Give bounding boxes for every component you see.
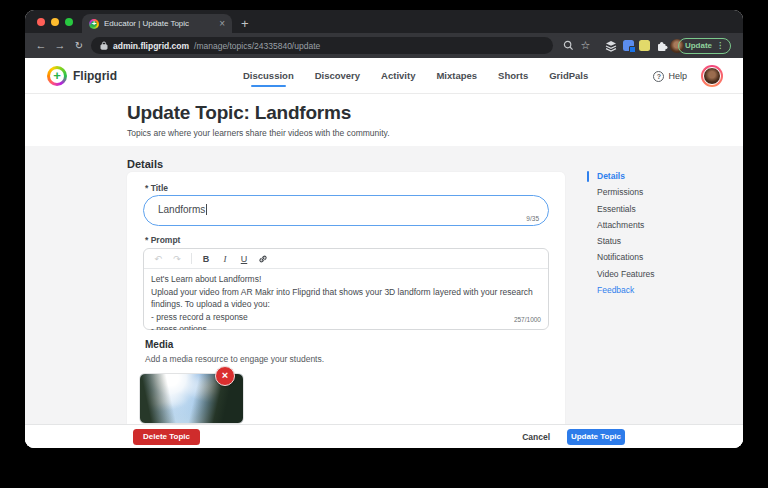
editor-toolbar: ↶ ↷ B I U — [144, 249, 548, 269]
prompt-field-label: * Prompt — [145, 235, 180, 245]
anchor-details[interactable]: Details — [587, 168, 655, 184]
tab-close-icon[interactable]: × — [219, 14, 225, 33]
site-viewport: + Flipgrid Discussion Discovery Activity… — [25, 58, 743, 448]
new-tab-button[interactable]: + — [241, 14, 249, 33]
help-icon: ? — [653, 71, 664, 82]
brand-name: Flipgrid — [73, 69, 117, 83]
extension-blue-icon[interactable] — [621, 38, 636, 53]
redo-icon[interactable]: ↷ — [172, 249, 182, 269]
url-domain: admin.flipgrid.com — [113, 41, 189, 51]
account-avatar[interactable] — [701, 65, 723, 87]
tab-strip: + Educator | Update Topic × + — [25, 10, 743, 33]
forward-button[interactable]: → — [52, 33, 68, 58]
prompt-text[interactable]: Let's Learn about Landforms! Upload your… — [144, 269, 548, 330]
nav-item-mixtapes[interactable]: Mixtapes — [436, 58, 477, 94]
italic-button[interactable]: I — [220, 249, 230, 269]
title-char-counter: 9/35 — [526, 215, 539, 222]
underline-button[interactable]: U — [239, 249, 249, 269]
text-caret — [206, 204, 207, 215]
extensions-puzzle-icon[interactable] — [654, 38, 669, 53]
anchor-video-features[interactable]: Video Features — [587, 266, 655, 282]
minimize-window-button[interactable] — [51, 18, 59, 26]
reload-button[interactable]: ↻ — [71, 33, 87, 58]
link-icon[interactable] — [258, 254, 268, 264]
nav-item-gridpals[interactable]: GridPals — [549, 58, 588, 94]
extension-layers-icon[interactable] — [603, 38, 618, 53]
search-icon[interactable] — [561, 38, 576, 53]
main-nav: Discussion Discovery Activity Mixtapes S… — [243, 58, 588, 94]
section-anchor-nav: Details Permissions Essentials Attachmen… — [587, 168, 655, 298]
zoom-window-button[interactable] — [65, 18, 73, 26]
extension-yellow-icon[interactable] — [637, 38, 652, 53]
browser-window: + Educator | Update Topic × + ← → ↻ admi… — [25, 10, 743, 448]
active-section-indicator — [587, 171, 589, 182]
action-bar: Delete Topic Cancel Update Topic — [25, 424, 743, 448]
prompt-editor: ↶ ↷ B I U Let's Learn about — [143, 248, 549, 330]
nav-item-activity[interactable]: Activity — [381, 58, 415, 94]
bookmark-star-icon[interactable]: ☆ — [578, 38, 593, 53]
help-button[interactable]: ? Help — [653, 58, 687, 94]
tab-title: Educator | Update Topic — [104, 19, 214, 28]
page-title: Update Topic: Landforms — [127, 102, 351, 124]
nav-item-discussion[interactable]: Discussion — [243, 58, 294, 94]
nav-item-shorts[interactable]: Shorts — [498, 58, 528, 94]
flipgrid-favicon-icon: + — [89, 19, 99, 29]
media-description: Add a media resource to engage your stud… — [145, 354, 324, 364]
title-input[interactable]: Landforms 9/35 — [143, 195, 549, 226]
browser-menu-icon: ⋮ — [716, 41, 724, 50]
cancel-button[interactable]: Cancel — [522, 425, 550, 448]
title-field-label: * Title — [145, 183, 168, 193]
anchor-permissions[interactable]: Permissions — [587, 184, 655, 200]
flipgrid-logo-icon: + — [47, 66, 67, 86]
undo-icon[interactable]: ↶ — [153, 249, 163, 269]
details-section-title: Details — [127, 158, 163, 170]
nav-item-discovery[interactable]: Discovery — [315, 58, 360, 94]
close-window-button[interactable] — [37, 18, 45, 26]
page-content: Details * Title Landforms 9/35 * Prompt … — [25, 146, 743, 424]
browser-tab[interactable]: + Educator | Update Topic × — [82, 14, 232, 33]
screenshot-stage: + Educator | Update Topic × + ← → ↻ admi… — [0, 0, 768, 488]
address-bar[interactable]: admin.flipgrid.com/manage/topics/2433584… — [91, 37, 553, 54]
update-topic-button[interactable]: Update Topic — [567, 429, 625, 445]
toolbar-divider — [191, 253, 192, 264]
avatar-photo — [703, 67, 721, 85]
page-subtitle: Topics are where your learners share the… — [127, 128, 390, 138]
delete-topic-button[interactable]: Delete Topic — [133, 429, 200, 445]
flipgrid-logo[interactable]: + Flipgrid — [47, 66, 117, 86]
url-path: /manage/topics/24335840/update — [194, 41, 320, 51]
chrome-update-button[interactable]: Update⋮ — [678, 38, 731, 54]
media-section-title: Media — [145, 339, 173, 350]
anchor-feedback[interactable]: Feedback — [587, 282, 655, 298]
bold-button[interactable]: B — [201, 249, 211, 269]
site-header: + Flipgrid Discussion Discovery Activity… — [25, 58, 743, 94]
anchor-notifications[interactable]: Notifications — [587, 249, 655, 265]
details-card: * Title Landforms 9/35 * Prompt ↶ ↷ B I — [127, 172, 565, 424]
anchor-attachments[interactable]: Attachments — [587, 217, 655, 233]
anchor-essentials[interactable]: Essentials — [587, 201, 655, 217]
back-button[interactable]: ← — [33, 33, 49, 58]
page-heading: Update Topic: Landforms Topics are where… — [25, 94, 743, 146]
browser-toolbar: ← → ↻ admin.flipgrid.com/manage/topics/2… — [25, 33, 743, 58]
prompt-char-counter: 257/1000 — [511, 314, 541, 327]
lock-icon — [100, 41, 108, 50]
anchor-status[interactable]: Status — [587, 233, 655, 249]
remove-media-button[interactable]: × — [215, 366, 235, 386]
